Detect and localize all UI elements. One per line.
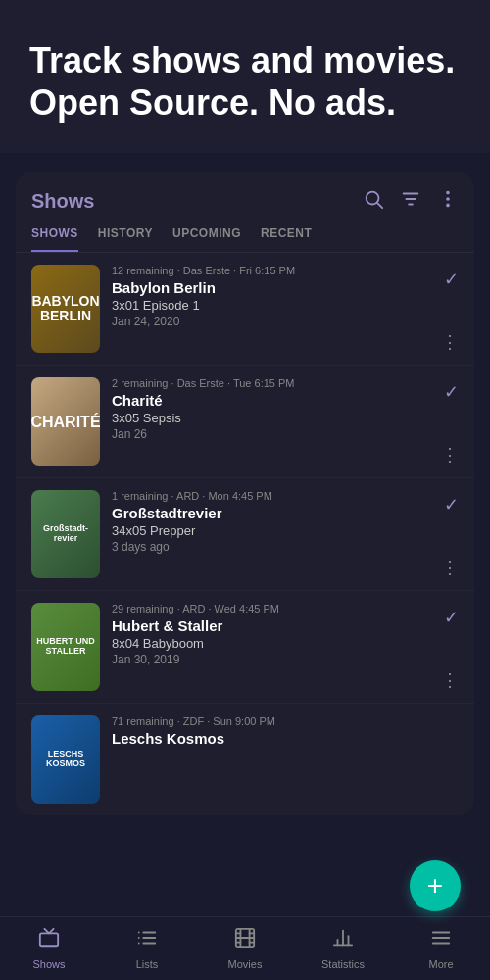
list-item: Großstadt-revier 1 remaining · ARD · Mon…: [16, 478, 474, 591]
list-item: HUBERT UND STALLER 29 remaining · ARD · …: [16, 591, 474, 704]
nav-item-statistics[interactable]: Statistics: [294, 927, 392, 970]
tabs-bar: SHOWS HISTORY UPCOMING RECENT: [16, 215, 474, 253]
show-episode: 3x01 Episode 1: [112, 298, 436, 313]
search-icon[interactable]: [363, 188, 384, 215]
hero-title: Track shows and movies. Open Source. No …: [29, 39, 461, 123]
show-poster: LESCHS KOSMOS: [31, 715, 100, 804]
list-item: CHARITÉ 2 remaining · Das Erste · Tue 6:…: [16, 366, 474, 478]
card-title: Shows: [31, 190, 94, 213]
item-overflow-icon[interactable]: ⋮: [441, 331, 459, 353]
show-poster: Großstadt-revier: [31, 490, 100, 578]
show-episode: 34x05 Prepper: [112, 523, 436, 538]
check-icon[interactable]: ✓: [444, 494, 459, 515]
tab-shows[interactable]: SHOWS: [31, 226, 78, 252]
show-meta: 71 remaining · ZDF · Sun 9:00 PM: [112, 715, 459, 727]
show-meta: 1 remaining · ARD · Mon 4:45 PM: [112, 490, 436, 502]
show-date: 3 days ago: [112, 540, 436, 554]
tab-history[interactable]: HISTORY: [98, 226, 153, 252]
show-poster: BABYLON BERLIN: [31, 265, 100, 353]
nav-item-lists[interactable]: Lists: [98, 927, 196, 970]
item-overflow-icon[interactable]: ⋮: [441, 669, 459, 691]
item-overflow-icon[interactable]: ⋮: [441, 557, 459, 578]
app-card: Shows SHOWS HISTORY UPCOMING RECENT: [16, 172, 474, 815]
show-date: Jan 26: [112, 427, 436, 441]
bottom-navigation: Shows Lists Movies Statistics More: [0, 916, 490, 980]
tab-recent[interactable]: RECENT: [261, 226, 312, 252]
show-poster: CHARITÉ: [31, 377, 100, 466]
nav-label-shows: Shows: [32, 958, 65, 970]
show-poster: HUBERT UND STALLER: [31, 603, 100, 691]
show-name: Charité: [112, 392, 436, 409]
show-date: Jan 30, 2019: [112, 653, 436, 666]
nav-label-statistics: Statistics: [321, 958, 365, 970]
nav-item-movies[interactable]: Movies: [196, 927, 294, 970]
check-icon[interactable]: ✓: [444, 607, 459, 628]
bar-chart-icon: [332, 927, 354, 955]
show-list: BABYLON BERLIN 12 remaining · Das Erste …: [16, 253, 474, 815]
show-meta: 29 remaining · ARD · Wed 4:45 PM: [112, 603, 436, 614]
filter-icon[interactable]: [400, 188, 421, 215]
tab-upcoming[interactable]: UPCOMING: [172, 226, 241, 252]
svg-point-7: [447, 205, 449, 207]
nav-label-more: More: [428, 958, 453, 970]
overflow-menu-icon[interactable]: [437, 188, 459, 215]
check-icon[interactable]: ✓: [444, 269, 459, 290]
more-icon: [430, 927, 452, 955]
show-meta: 2 remaining · Das Erste · Tue 6:15 PM: [112, 377, 436, 389]
tv-icon: [38, 927, 60, 955]
show-date: Jan 24, 2020: [112, 315, 436, 328]
card-header: Shows: [16, 172, 474, 215]
list-item: LESCHS KOSMOS 71 remaining · ZDF · Sun 9…: [16, 704, 474, 815]
fab-add-button[interactable]: +: [410, 860, 461, 911]
list-item: BABYLON BERLIN 12 remaining · Das Erste …: [16, 253, 474, 366]
list-icon: [136, 927, 158, 955]
show-name: Hubert & Staller: [112, 617, 436, 634]
nav-item-more[interactable]: More: [392, 927, 490, 970]
show-episode: 3x05 Sepsis: [112, 411, 436, 425]
film-icon: [234, 927, 256, 955]
nav-label-lists: Lists: [136, 958, 159, 970]
show-episode: 8x04 Babyboom: [112, 636, 436, 651]
show-name: Babylon Berlin: [112, 279, 436, 296]
header-icons: [363, 188, 459, 215]
svg-rect-8: [40, 933, 58, 946]
show-name: Großstadtrevier: [112, 505, 436, 521]
svg-point-5: [447, 192, 449, 194]
item-overflow-icon[interactable]: ⋮: [441, 444, 459, 466]
nav-label-movies: Movies: [228, 958, 263, 970]
check-icon[interactable]: ✓: [444, 381, 459, 403]
svg-point-6: [447, 198, 449, 200]
nav-item-shows[interactable]: Shows: [0, 927, 98, 970]
show-name: Leschs Kosmos: [112, 730, 459, 747]
show-meta: 12 remaining · Das Erste · Fri 6:15 PM: [112, 265, 436, 276]
svg-line-1: [377, 204, 382, 209]
hero-section: Track shows and movies. Open Source. No …: [0, 0, 490, 153]
